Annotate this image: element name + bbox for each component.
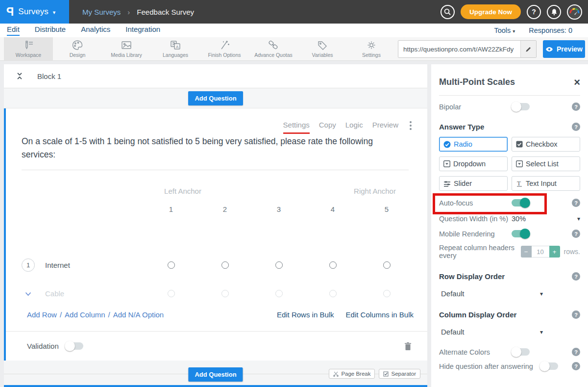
chevron-down-icon[interactable]: [22, 289, 35, 298]
toolbar-item-media-library[interactable]: Media Library: [102, 37, 151, 60]
responses-count[interactable]: Responses: 0: [529, 26, 572, 34]
answer-type-slider[interactable]: Slider: [439, 176, 508, 191]
answer-type-select-list[interactable]: Select List: [512, 156, 580, 171]
hide-question-row: Hide question after answering ?: [439, 362, 580, 370]
column-header[interactable]: 5: [360, 205, 414, 213]
tab-integration[interactable]: Integration: [125, 25, 160, 36]
radio-option[interactable]: [383, 261, 391, 269]
toolbar-item-settings[interactable]: Settings: [347, 37, 396, 60]
row-label[interactable]: Internet: [45, 261, 70, 269]
add-row-link[interactable]: Add Row: [27, 310, 57, 319]
avatar[interactable]: [567, 4, 582, 20]
select-list-icon: [516, 160, 523, 167]
toolbar-item-finish-options[interactable]: Finish Options: [200, 37, 249, 60]
left-anchor-label[interactable]: Left Anchor: [156, 187, 210, 195]
column-display-order-select[interactable]: Default ▾: [439, 328, 543, 336]
help-button[interactable]: ?: [527, 5, 541, 19]
toolbar-item-label: Advance Quotas: [254, 52, 293, 58]
question-more-menu[interactable]: [408, 119, 414, 132]
delete-question-button[interactable]: [404, 342, 412, 351]
row-display-order-select[interactable]: Default ▾: [439, 289, 543, 298]
right-anchor-label[interactable]: Right Anchor: [348, 187, 402, 195]
toolbar-item-label: Finish Options: [208, 52, 241, 58]
question-tab-settings[interactable]: Settings: [283, 121, 310, 134]
scissors-icon: [333, 371, 339, 377]
hide-question-toggle[interactable]: [540, 362, 558, 370]
block-title: Block 1: [37, 72, 61, 80]
answer-type-checkbox[interactable]: Checkbox: [512, 137, 580, 152]
help-icon[interactable]: ?: [572, 272, 580, 281]
add-question-button[interactable]: Add Question: [188, 367, 243, 382]
add-question-button[interactable]: Add Question: [188, 91, 243, 105]
increment-button[interactable]: +: [549, 246, 560, 258]
close-panel-button[interactable]: ×: [574, 78, 580, 87]
answer-type-text-input[interactable]: T Text Input: [512, 176, 580, 191]
row-label[interactable]: Cable: [45, 289, 64, 298]
help-icon[interactable]: ?: [572, 230, 580, 238]
help-icon[interactable]: ?: [572, 123, 580, 131]
tab-edit[interactable]: Edit: [7, 25, 20, 36]
edit-url-button[interactable]: [520, 41, 536, 57]
survey-url-box: [398, 40, 537, 58]
tab-distribute[interactable]: Distribute: [35, 25, 66, 36]
question-text[interactable]: On a scale of 1-5 with 1 being not satis…: [22, 135, 409, 170]
eye-icon: [545, 47, 553, 52]
column-header[interactable]: 2: [198, 205, 252, 213]
repeat-headers-input[interactable]: [532, 246, 549, 258]
upgrade-now-button[interactable]: Upgrade Now: [461, 4, 521, 19]
notifications-button[interactable]: [547, 5, 561, 19]
alternate-colors-row: Alternate Colors ?: [439, 348, 580, 356]
toolbar-item-design[interactable]: Design: [53, 37, 102, 60]
radio-option[interactable]: [221, 261, 229, 269]
validation-label: Validation: [27, 342, 59, 350]
column-header[interactable]: 4: [306, 205, 360, 213]
help-icon[interactable]: ?: [572, 103, 580, 111]
auto-focus-toggle[interactable]: [512, 199, 530, 206]
breadcrumb-my-surveys[interactable]: My Surveys: [82, 8, 121, 16]
bipolar-toggle[interactable]: [512, 103, 530, 110]
radio-option[interactable]: [329, 261, 337, 269]
survey-url-input[interactable]: [398, 41, 520, 57]
column-headers-row: 1 2 3 4 5: [6, 205, 427, 213]
edit-columns-in-bulk-link[interactable]: Edit Columns in Bulk: [346, 310, 414, 319]
help-icon[interactable]: ?: [572, 310, 580, 319]
tools-menu[interactable]: Tools ▾: [494, 26, 515, 34]
search-button[interactable]: [441, 5, 455, 19]
bell-icon: [551, 8, 558, 16]
help-icon[interactable]: ?: [572, 348, 580, 356]
product-menu-label: Surveys: [18, 7, 48, 17]
validation-toggle[interactable]: [65, 342, 83, 350]
page-break-button[interactable]: Page Break: [329, 369, 375, 379]
add-na-option-link[interactable]: Add N/A Option: [113, 310, 164, 319]
radio-option[interactable]: [275, 261, 283, 269]
edit-rows-in-bulk-link[interactable]: Edit Rows in Bulk: [277, 310, 334, 319]
toolbar-item-workspace[interactable]: Workspace: [4, 37, 53, 60]
alternate-colors-toggle[interactable]: [512, 348, 530, 356]
column-header[interactable]: 3: [252, 205, 306, 213]
answer-type-dropdown[interactable]: Dropdown: [439, 156, 508, 171]
toolbar-item-advance-quotas[interactable]: Advance Quotas: [249, 37, 298, 60]
help-icon[interactable]: ?: [572, 362, 580, 370]
decrement-button[interactable]: −: [521, 246, 532, 258]
separator-button[interactable]: Separator: [379, 369, 420, 379]
tab-analytics[interactable]: Analytics: [81, 25, 110, 36]
question-tab-preview[interactable]: Preview: [372, 121, 398, 134]
bipolar-row: Bipolar ?: [439, 103, 580, 111]
column-header[interactable]: 1: [144, 205, 198, 213]
question-tab-copy[interactable]: Copy: [319, 121, 336, 134]
toolbar-item-label: Settings: [362, 52, 381, 58]
collapse-block-button[interactable]: [17, 72, 23, 80]
toolbar-item-languages[interactable]: A Languages: [151, 37, 200, 60]
answer-type-radio[interactable]: Radio: [439, 137, 508, 152]
toolbar-item-variables[interactable]: Variables: [298, 37, 347, 60]
add-column-link[interactable]: Add Column: [65, 310, 105, 319]
hide-question-label: Hide question after answering: [439, 362, 533, 370]
chevron-down-icon[interactable]: ▾: [577, 215, 580, 222]
mobile-rendering-toggle[interactable]: [512, 230, 530, 237]
radio-option[interactable]: [168, 261, 175, 269]
question-width-value[interactable]: 30%: [512, 215, 526, 223]
preview-button[interactable]: Preview: [543, 40, 585, 58]
surveys-product-menu[interactable]: P Surveys ▾: [0, 0, 69, 24]
help-icon[interactable]: ?: [572, 199, 580, 207]
question-tab-logic[interactable]: Logic: [345, 121, 363, 134]
